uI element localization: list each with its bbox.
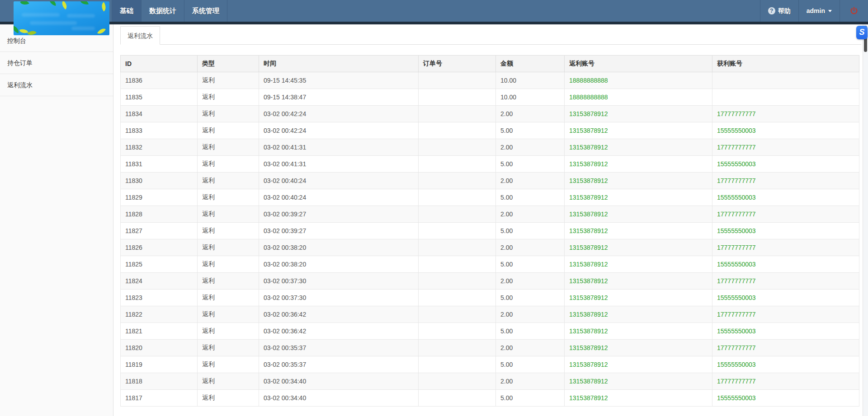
table-cell: 11818 xyxy=(121,373,198,390)
table-row: 11831返利03-02 00:41:315.00131538789121555… xyxy=(121,156,859,173)
account-link[interactable]: 13153878912 xyxy=(569,361,608,368)
account-link[interactable]: 13153878912 xyxy=(569,127,608,134)
account-link[interactable]: 17777777777 xyxy=(717,110,756,117)
table-cell: 03-02 00:37:30 xyxy=(259,273,419,290)
help-label: 帮助 xyxy=(778,0,791,22)
account-cell: 18888888888 xyxy=(565,89,712,106)
account-cell: 13153878912 xyxy=(565,256,712,273)
table-cell: 11821 xyxy=(121,323,198,340)
site-logo[interactable] xyxy=(14,1,109,35)
table-row: 11824返利03-02 00:37:302.00131538789121777… xyxy=(121,273,859,290)
account-link[interactable]: 13153878912 xyxy=(569,294,608,301)
account-link[interactable]: 15555550003 xyxy=(717,160,756,168)
table-cell: 03-02 00:42:24 xyxy=(259,106,419,122)
account-link[interactable]: 13153878912 xyxy=(569,261,608,268)
sidebar-item-position-orders[interactable]: 持仓订单 xyxy=(0,52,113,74)
table-cell: 5.00 xyxy=(496,189,565,206)
table-cell: 11825 xyxy=(121,256,198,273)
account-link[interactable]: 15555550003 xyxy=(717,227,756,234)
question-circle-icon: ? xyxy=(768,7,775,14)
account-cell: 17777777777 xyxy=(712,206,859,223)
account-link[interactable]: 13153878912 xyxy=(569,277,608,285)
account-link[interactable]: 15555550003 xyxy=(717,394,756,402)
account-link[interactable]: 13153878912 xyxy=(569,227,608,234)
menu-item-basic[interactable]: 基础 xyxy=(112,0,141,22)
logo-blur-streak xyxy=(22,13,60,17)
account-link[interactable]: 13153878912 xyxy=(569,394,608,402)
table-cell: 2.00 xyxy=(496,173,565,189)
table-cell: 03-02 00:41:31 xyxy=(259,156,419,173)
menu-item-system-manage[interactable]: 系统管理 xyxy=(184,0,227,22)
table-cell: 5.00 xyxy=(496,223,565,239)
power-icon xyxy=(850,7,858,15)
table-row: 11836返利09-15 14:45:3510.0018888888888 xyxy=(121,72,859,89)
tab-rebate-flow[interactable]: 返利流水 xyxy=(120,26,160,45)
table-cell xyxy=(419,323,496,340)
table-cell xyxy=(419,306,496,323)
table-cell xyxy=(419,273,496,290)
table-cell: 返利 xyxy=(198,356,259,373)
logout-button[interactable] xyxy=(840,0,868,22)
table-cell xyxy=(419,122,496,139)
account-link[interactable]: 15555550003 xyxy=(717,294,756,301)
account-link[interactable]: 17777777777 xyxy=(717,177,756,184)
navbar-right-group: ? 帮助 admin xyxy=(760,0,868,22)
account-cell: 13153878912 xyxy=(565,156,712,173)
account-link[interactable]: 13153878912 xyxy=(569,210,608,218)
account-link[interactable]: 13153878912 xyxy=(569,160,608,168)
table-cell: 返利 xyxy=(198,390,259,407)
account-cell: 15555550003 xyxy=(712,122,859,139)
account-link[interactable]: 15555550003 xyxy=(717,194,756,201)
account-link[interactable]: 13153878912 xyxy=(569,344,608,351)
account-cell: 18888888888 xyxy=(565,72,712,89)
help-button[interactable]: ? 帮助 xyxy=(760,0,798,22)
account-link[interactable]: 13153878912 xyxy=(569,244,608,251)
account-link[interactable]: 17777777777 xyxy=(717,244,756,251)
account-link[interactable]: 17777777777 xyxy=(717,378,756,385)
table-cell: 2.00 xyxy=(496,273,565,290)
account-cell: 15555550003 xyxy=(712,323,859,340)
table-cell: 2.00 xyxy=(496,306,565,323)
floating-extension-icon[interactable]: S xyxy=(856,26,868,39)
account-link[interactable]: 13153878912 xyxy=(569,311,608,318)
menu-item-data-stats[interactable]: 数据统计 xyxy=(141,0,184,22)
table-row: 11835返利09-15 14:38:4710.0018888888888 xyxy=(121,89,859,106)
user-dropdown[interactable]: admin xyxy=(798,0,840,22)
account-cell: 13153878912 xyxy=(565,223,712,239)
account-link[interactable]: 15555550003 xyxy=(717,327,756,335)
tab-bar: 返利流水 xyxy=(120,26,861,45)
account-link[interactable]: 13153878912 xyxy=(569,110,608,117)
table-cell: 返利 xyxy=(198,256,259,273)
table-cell: 返利 xyxy=(198,306,259,323)
account-cell: 13153878912 xyxy=(565,323,712,340)
account-link[interactable]: 17777777777 xyxy=(717,311,756,318)
table-row: 11817返利03-02 00:34:405.00131538789121555… xyxy=(121,390,859,407)
account-link[interactable]: 15555550003 xyxy=(717,261,756,268)
account-link[interactable]: 15555550003 xyxy=(717,127,756,134)
account-link[interactable]: 13153878912 xyxy=(569,378,608,385)
sidebar-item-rebate-flow[interactable]: 返利流水 xyxy=(0,74,113,96)
table-cell: 返利 xyxy=(198,273,259,290)
table-cell: 11834 xyxy=(121,106,198,122)
table-cell: 03-02 00:38:20 xyxy=(259,239,419,256)
account-link[interactable]: 13153878912 xyxy=(569,194,608,201)
leaf-icon xyxy=(80,1,89,5)
account-link[interactable]: 13153878912 xyxy=(569,144,608,151)
account-link[interactable]: 17777777777 xyxy=(717,144,756,151)
table-cell: 03-02 00:38:20 xyxy=(259,256,419,273)
vertical-scrollbar xyxy=(863,24,868,416)
table-cell: 11830 xyxy=(121,173,198,189)
account-link[interactable]: 17777777777 xyxy=(717,210,756,218)
account-link[interactable]: 17777777777 xyxy=(717,277,756,285)
table-cell: 返利 xyxy=(198,173,259,189)
account-cell: 13153878912 xyxy=(565,239,712,256)
account-link[interactable]: 18888888888 xyxy=(569,77,608,84)
account-link[interactable]: 13153878912 xyxy=(569,327,608,335)
account-link[interactable]: 17777777777 xyxy=(717,344,756,351)
account-link[interactable]: 15555550003 xyxy=(717,361,756,368)
account-link[interactable]: 18888888888 xyxy=(569,93,608,101)
table-cell: 返利 xyxy=(198,290,259,306)
table-row: 11834返利03-02 00:42:242.00131538789121777… xyxy=(121,106,859,122)
account-link[interactable]: 13153878912 xyxy=(569,177,608,184)
column-header: 返利账号 xyxy=(565,56,712,72)
